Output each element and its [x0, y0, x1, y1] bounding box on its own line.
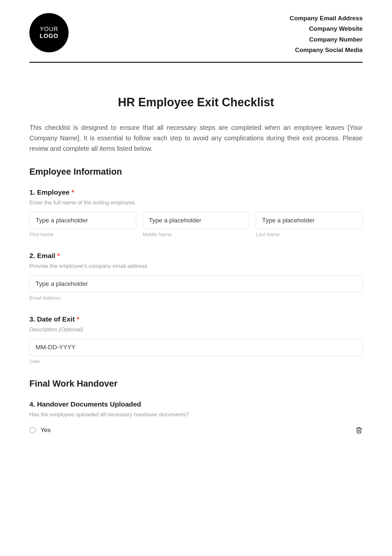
- document-header: YOUR LOGO Company Email Address Company …: [29, 13, 363, 55]
- page-title: HR Employee Exit Checklist: [29, 96, 363, 109]
- radio-option-row: Yes: [29, 424, 363, 436]
- date-label: Date: [29, 358, 363, 364]
- company-info: Company Email Address Company Website Co…: [290, 13, 363, 55]
- company-logo: YOUR LOGO: [29, 13, 69, 52]
- name-inputs-row: First Name Middle Name Last Name: [29, 212, 363, 237]
- question-employee: 1. Employee * Enter the full name of the…: [29, 188, 363, 237]
- company-website: Company Website: [290, 24, 363, 34]
- first-name-input[interactable]: [29, 212, 136, 229]
- question-label: 1. Employee *: [29, 188, 363, 196]
- question-desc: Provide the employee's company email add…: [29, 263, 363, 269]
- question-label: 4. Handover Documents Uploaded: [29, 400, 363, 408]
- question-desc: Description (Optional): [29, 326, 363, 333]
- last-name-label: Last Name: [256, 232, 363, 237]
- trash-icon[interactable]: [355, 426, 363, 434]
- question-desc: Has the employee uploaded all necessary …: [29, 411, 363, 418]
- date-exit-input[interactable]: [29, 339, 363, 356]
- email-input[interactable]: [29, 275, 363, 292]
- radio-circle-icon: [29, 427, 36, 433]
- question-desc: Enter the full name of the exiting emplo…: [29, 200, 363, 206]
- question-label: 2. Email *: [29, 252, 363, 260]
- company-number: Company Number: [290, 34, 363, 45]
- intro-text: This checklist is designed to ensure tha…: [29, 122, 363, 154]
- question-handover-documents: 4. Handover Documents Uploaded Has the e…: [29, 400, 363, 436]
- question-label: 3. Date of Exit *: [29, 315, 363, 323]
- radio-option-yes[interactable]: Yes: [29, 426, 51, 434]
- logo-line2: LOGO: [40, 33, 58, 40]
- question-email: 2. Email * Provide the employee's compan…: [29, 252, 363, 301]
- company-email: Company Email Address: [290, 13, 363, 24]
- company-social: Company Social Media: [290, 45, 363, 55]
- middle-name-label: Middle Name: [143, 232, 250, 237]
- question-date-exit: 3. Date of Exit * Description (Optional)…: [29, 315, 363, 364]
- last-name-input[interactable]: [256, 212, 363, 229]
- radio-label: Yes: [41, 426, 51, 434]
- email-label: Email Address: [29, 295, 363, 301]
- section-handover-title: Final Work Handover: [29, 379, 363, 389]
- first-name-label: First Name: [29, 232, 136, 237]
- logo-line1: YOUR: [40, 26, 58, 33]
- section-employee-info-title: Employee Information: [29, 167, 363, 177]
- middle-name-input[interactable]: [143, 212, 250, 229]
- header-divider: [29, 62, 363, 63]
